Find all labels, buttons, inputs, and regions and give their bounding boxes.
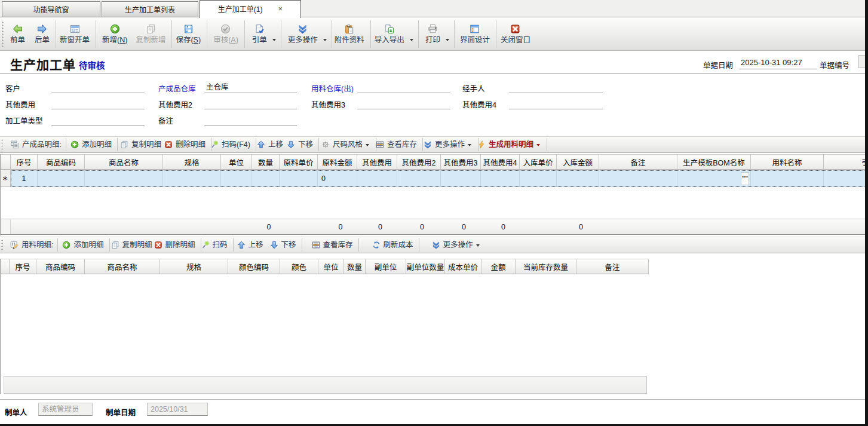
next-order-button[interactable]: 后单 bbox=[30, 19, 54, 49]
cell-product-name[interactable] bbox=[85, 170, 163, 187]
other-fee-input[interactable] bbox=[51, 97, 145, 109]
reference-order-button[interactable]: 引单 bbox=[247, 19, 272, 49]
header-cell-unit[interactable]: 单位 bbox=[221, 155, 252, 169]
cell-fee2[interactable] bbox=[397, 170, 441, 187]
header-cell-product-code[interactable]: 商品编码 bbox=[38, 155, 85, 169]
header-cell-spec[interactable]: 规格 bbox=[163, 155, 221, 169]
header-cell-fee1[interactable]: 其他费用 bbox=[357, 155, 397, 169]
header-cell-remark[interactable]: 备注 bbox=[576, 259, 649, 274]
more-operations-dropdown-caret[interactable] bbox=[468, 144, 471, 146]
size-style-button[interactable]: 尺码风格 bbox=[318, 137, 374, 152]
copy-new-button[interactable]: 复制新增 bbox=[131, 19, 170, 49]
more-operations-material-button[interactable]: 更多操作 bbox=[428, 237, 484, 253]
new-window-order-button[interactable]: 新窗开单 bbox=[55, 19, 94, 49]
header-cell-product-code[interactable]: 商品编码 bbox=[36, 259, 85, 274]
cell-raw-amount[interactable]: 0 bbox=[318, 170, 357, 187]
bom-picker-button[interactable]: ... bbox=[741, 172, 749, 185]
tab-production-order[interactable]: 生产加工单(1)× bbox=[200, 0, 301, 18]
cell-ref[interactable] bbox=[824, 170, 865, 187]
cell-raw-price[interactable] bbox=[280, 170, 318, 187]
header-cell-sub-unit[interactable]: 副单位 bbox=[366, 259, 406, 274]
handler-input[interactable] bbox=[509, 81, 603, 93]
copy-material-button[interactable]: 复制明细 bbox=[108, 237, 156, 253]
other-fee3-input[interactable] bbox=[357, 97, 450, 109]
tab-order-list[interactable]: 生产加工单列表 bbox=[102, 1, 198, 17]
scan-material-button[interactable]: 扫码 bbox=[198, 237, 231, 253]
print-button[interactable]: 打印 bbox=[421, 19, 445, 49]
move-down-button[interactable]: 下移 bbox=[283, 137, 317, 152]
cell-in-price[interactable] bbox=[520, 170, 557, 187]
cell-unit[interactable] bbox=[221, 170, 252, 187]
move-down-material-button[interactable]: 下移 bbox=[266, 237, 300, 253]
header-cell-seq[interactable]: 序号 bbox=[11, 155, 38, 169]
products-table-new-row[interactable]: * 1 0 ... bbox=[0, 170, 865, 187]
header-cell-product-name[interactable]: 商品名称 bbox=[85, 155, 163, 169]
attachments-button[interactable]: 附件资料 bbox=[330, 19, 369, 49]
more-operations-material-caret[interactable] bbox=[476, 244, 480, 247]
header-cell-spec[interactable]: 规格 bbox=[160, 259, 228, 274]
add-detail-button[interactable]: 添加明细 bbox=[67, 137, 115, 152]
generate-material-detail-button[interactable]: 生成用料明细 bbox=[474, 137, 545, 152]
remark-input[interactable] bbox=[204, 114, 297, 125]
size-style-dropdown-caret[interactable] bbox=[366, 144, 369, 146]
close-window-button[interactable]: 关闭窗口 bbox=[496, 19, 535, 49]
prev-order-button[interactable]: 前单 bbox=[5, 19, 30, 49]
cell-spec[interactable] bbox=[163, 170, 221, 187]
view-stock-material-button[interactable]: 查看库存 bbox=[308, 237, 357, 253]
header-cell-ref[interactable]: 引 bbox=[824, 155, 865, 169]
header-cell-material-name[interactable]: 用料名称 bbox=[751, 155, 824, 169]
view-stock-button[interactable]: 查看库存 bbox=[372, 137, 421, 152]
tab-function-nav[interactable]: 功能导航窗 bbox=[2, 1, 100, 17]
import-export-button[interactable]: 导入导出 bbox=[370, 19, 409, 49]
save-button[interactable]: 保存(S) bbox=[171, 19, 206, 49]
header-cell[interactable] bbox=[0, 155, 11, 169]
header-cell-color[interactable]: 颜色 bbox=[280, 259, 318, 274]
header-cell-unit[interactable]: 单位 bbox=[318, 259, 344, 274]
header-cell-fee3[interactable]: 其他费用3 bbox=[441, 155, 481, 169]
import-export-dropdown-caret[interactable] bbox=[410, 39, 413, 41]
cell-bom-name[interactable]: ... bbox=[677, 170, 751, 187]
header-cell-remark[interactable]: 备注 bbox=[599, 155, 677, 169]
reference-order-dropdown-caret[interactable] bbox=[272, 39, 276, 41]
delete-detail-button[interactable]: 删除明细 bbox=[161, 137, 209, 152]
add-new-button[interactable]: 新增(N) bbox=[97, 19, 132, 49]
tab-close-icon[interactable]: × bbox=[278, 5, 283, 13]
generate-material-dropdown-caret[interactable] bbox=[536, 144, 540, 146]
header-cell-raw-amount[interactable]: 原料金额 bbox=[318, 155, 357, 169]
cell-qty[interactable] bbox=[252, 170, 280, 187]
cell-seq[interactable]: 1 bbox=[11, 170, 38, 187]
ui-design-button[interactable]: 界面设计 bbox=[455, 19, 495, 49]
header-cell-current-stock[interactable]: 当前库存数量 bbox=[516, 259, 576, 274]
header-cell-seq[interactable]: 序号 bbox=[10, 259, 36, 274]
other-fee2-input[interactable] bbox=[204, 97, 297, 109]
header-cell-product-name[interactable]: 商品名称 bbox=[85, 259, 160, 274]
scan-code-button[interactable]: 扫码(F4) bbox=[207, 137, 254, 152]
header-cell-sub-unit-qty[interactable]: 副单位数量 bbox=[406, 259, 445, 274]
materials-table-hscrollbar[interactable] bbox=[4, 376, 647, 394]
customer-input[interactable] bbox=[51, 81, 145, 93]
doc-date-input[interactable]: 2025-10-31 09:27 bbox=[740, 58, 817, 69]
more-operations-button[interactable]: 更多操作 bbox=[420, 137, 476, 152]
header-cell-qty[interactable]: 数量 bbox=[252, 155, 280, 169]
cell-remark[interactable] bbox=[599, 170, 677, 187]
header-cell-amount[interactable]: 金额 bbox=[481, 259, 516, 274]
delete-material-button[interactable]: 删除明细 bbox=[151, 237, 199, 253]
header-cell-qty[interactable]: 数量 bbox=[344, 259, 366, 274]
other-fee4-input[interactable] bbox=[509, 97, 603, 109]
refresh-cost-button[interactable]: 刷新成本 bbox=[369, 237, 417, 253]
copy-detail-button[interactable]: 复制明细 bbox=[116, 137, 165, 152]
cell-product-code[interactable] bbox=[38, 170, 85, 187]
header-cell-in-price[interactable]: 入库单价 bbox=[520, 155, 557, 169]
header-cell-fee2[interactable]: 其他费用2 bbox=[397, 155, 441, 169]
header-cell-bom-name[interactable]: 生产模板BOM名称 bbox=[677, 155, 751, 169]
material-warehouse-input[interactable] bbox=[357, 81, 450, 93]
cell-fee3[interactable] bbox=[441, 170, 481, 187]
header-cell-in-amount[interactable]: 入库金额 bbox=[557, 155, 599, 169]
audit-button[interactable]: 审核(A) bbox=[208, 19, 243, 49]
product-warehouse-input[interactable]: 主仓库 bbox=[204, 81, 297, 93]
header-cell-raw-price[interactable]: 原料单价 bbox=[280, 155, 318, 169]
move-up-button[interactable]: 上移 bbox=[253, 137, 287, 152]
more-actions-button[interactable]: 更多操作 bbox=[283, 19, 323, 49]
header-cell-cost-price[interactable]: 成本单价 bbox=[445, 259, 481, 274]
more-actions-dropdown-caret[interactable] bbox=[323, 39, 327, 41]
